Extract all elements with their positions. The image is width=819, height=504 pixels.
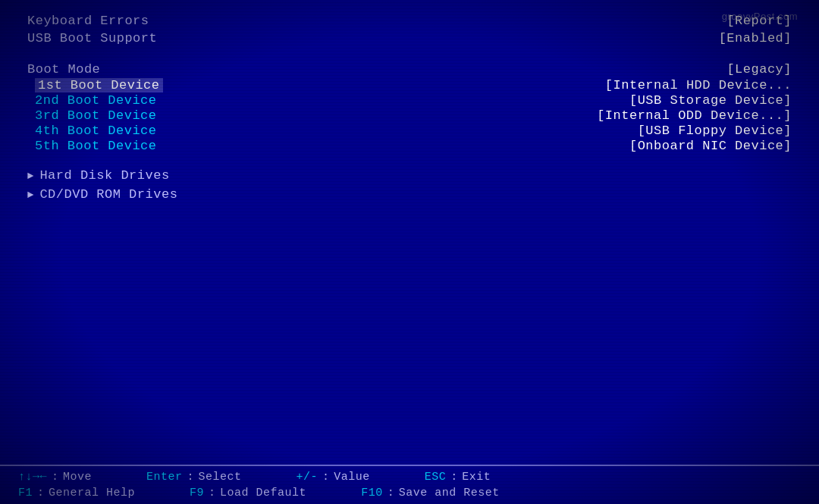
f9-sep: :	[209, 487, 215, 499]
boot-device-3-value: [Internal ODD Device...]	[597, 108, 792, 123]
move-desc: Move	[63, 471, 92, 484]
boot-device-5-value: [Onboard NIC Device]	[629, 139, 792, 153]
status-move: ↑↓→← : Move	[18, 471, 92, 484]
f1-sep: :	[37, 487, 44, 499]
boot-device-row-1[interactable]: 1st Boot Device [Internal HDD Device...	[27, 78, 792, 92]
boot-device-2-value: [USB Storage Device]	[629, 93, 792, 108]
f10-desc: Save and Reset	[399, 487, 500, 499]
enter-key: Enter	[146, 471, 183, 484]
f10-sep: :	[388, 487, 394, 499]
status-value: +/- : Value	[297, 471, 370, 484]
status-line-1: ↑↓→← : Move Enter : Select +/- : Value E…	[18, 469, 801, 485]
status-bar-inner: ↑↓→← : Move Enter : Select +/- : Value E…	[18, 469, 801, 501]
boot-mode-label: Boot Mode	[27, 62, 100, 77]
usb-boot-support-value: [Enabled]	[719, 31, 792, 45]
boot-device-row-2[interactable]: 2nd Boot Device [USB Storage Device]	[27, 93, 792, 108]
boot-device-row-3[interactable]: 3rd Boot Device [Internal ODD Device...]	[27, 108, 792, 123]
esc-key: ESC	[425, 471, 447, 484]
f9-desc: Load Default	[220, 487, 306, 499]
boot-mode-row[interactable]: Boot Mode [Legacy]	[27, 62, 792, 77]
f1-key: F1	[18, 487, 33, 499]
cdvd-rom-drives-row[interactable]: ► CD/DVD ROM Drives	[27, 187, 792, 202]
arrow-icon-1: ►	[27, 170, 33, 182]
boot-device-1-label: 1st Boot Device	[35, 78, 163, 92]
hard-disk-drives-label: Hard Disk Drives	[39, 168, 169, 183]
esc-sep: :	[450, 471, 457, 484]
boot-device-2-label: 2nd Boot Device	[35, 93, 157, 108]
move-sep: :	[52, 471, 58, 484]
boot-device-row-4[interactable]: 4th Boot Device [USB Floppy Device]	[27, 124, 792, 138]
f1-desc: General Help	[49, 487, 135, 499]
esc-desc: Exit	[462, 471, 491, 484]
boot-device-1-value: [Internal HDD Device...	[605, 78, 792, 92]
boot-mode-section: Boot Mode [Legacy] 1st Boot Device [Inte…	[27, 62, 792, 153]
usb-boot-support-row[interactable]: USB Boot Support [Enabled]	[27, 31, 792, 45]
boot-device-4-value: [USB Floppy Device]	[638, 124, 792, 138]
boot-mode-value: [Legacy]	[726, 62, 792, 77]
top-items: Keyboard Errors [Report] USB Boot Suppor…	[27, 14, 792, 45]
plusminus-sep: :	[322, 471, 329, 484]
status-f9: F9 : Load Default	[190, 487, 306, 499]
status-exit: ESC : Exit	[425, 471, 491, 484]
status-bar: ↑↓→← : Move Enter : Select +/- : Value E…	[0, 465, 819, 504]
enter-desc: Select	[199, 471, 242, 484]
keyboard-errors-label: Keyboard Errors	[27, 14, 149, 28]
status-f1: F1 : General Help	[18, 487, 135, 499]
arrow-icon-2: ►	[27, 189, 33, 201]
boot-device-4-label: 4th Boot Device	[35, 124, 157, 138]
cdvd-rom-drives-label: CD/DVD ROM Drives	[39, 187, 177, 202]
boot-device-row-5[interactable]: 5th Boot Device [Onboard NIC Device]	[27, 139, 792, 153]
boot-device-3-label: 3rd Boot Device	[35, 108, 157, 123]
plusminus-desc: Value	[334, 471, 370, 484]
main-content: Keyboard Errors [Report] USB Boot Suppor…	[0, 0, 819, 466]
sub-items: ► Hard Disk Drives ► CD/DVD ROM Drives	[27, 168, 792, 202]
f9-key: F9	[190, 487, 204, 499]
boot-device-5-label: 5th Boot Device	[35, 139, 157, 153]
watermark: groovyPost.com	[722, 11, 798, 22]
plusminus-key: +/-	[297, 471, 318, 484]
keyboard-errors-row[interactable]: Keyboard Errors [Report]	[27, 14, 792, 28]
bios-screen: groovyPost.com Keyboard Errors [Report] …	[0, 0, 819, 504]
move-key: ↑↓→←	[18, 471, 47, 484]
status-select: Enter : Select	[146, 471, 242, 484]
status-line-2: F1 : General Help F9 : Load Default F10 …	[18, 485, 801, 501]
f10-key: F10	[361, 487, 383, 499]
status-f10: F10 : Save and Reset	[361, 487, 500, 499]
usb-boot-support-label: USB Boot Support	[27, 31, 157, 45]
hard-disk-drives-row[interactable]: ► Hard Disk Drives	[27, 168, 792, 183]
enter-sep: :	[187, 471, 194, 484]
